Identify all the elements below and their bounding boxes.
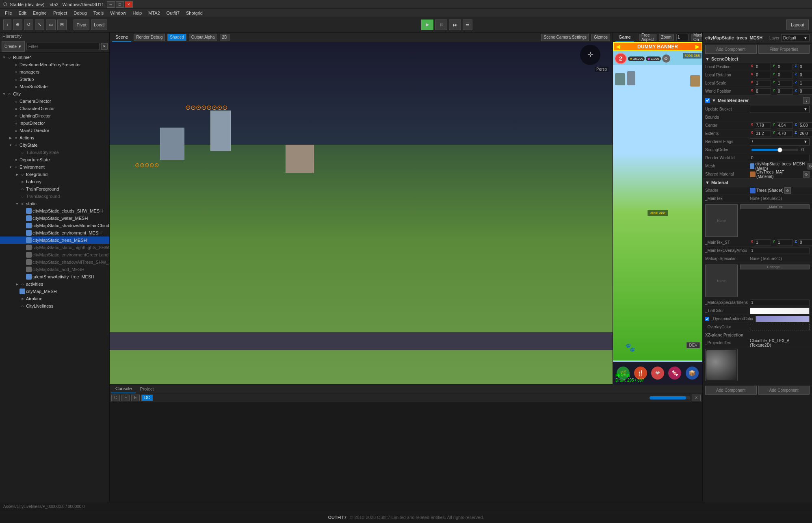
menu-project[interactable]: Project — [50, 9, 70, 17]
console-close-btn[interactable]: ✕ — [692, 395, 701, 401]
update-bucket-dropdown[interactable]: ▼ — [750, 106, 810, 113]
filter-properties-button[interactable]: Filter Properties — [758, 45, 810, 54]
render-world-input[interactable] — [750, 155, 810, 161]
console-btn-e[interactable]: E — [131, 395, 140, 401]
game-viewport[interactable]: DUMMY BANNER 2 ★ 20,000 — [613, 42, 702, 384]
hierarchy-filter-input[interactable] — [26, 43, 100, 50]
st-z[interactable] — [799, 239, 812, 246]
center-y[interactable] — [777, 122, 793, 129]
ext-z[interactable] — [799, 130, 812, 137]
zoom-btn[interactable]: Zoom — [659, 34, 674, 41]
tree-item-environ-mesh[interactable]: cityMapStatic_environment_MESH — [0, 229, 109, 237]
game-btn-5[interactable]: 📦 — [686, 367, 699, 380]
hierarchy-close-button[interactable]: ✕ — [101, 43, 108, 50]
tab-scene[interactable]: Scene — [112, 33, 131, 42]
game-btn-3[interactable]: ❤ — [651, 367, 664, 380]
add-component-button[interactable]: Add Component — [705, 45, 757, 54]
pause-button[interactable]: ⏸ — [435, 20, 447, 30]
2d-btn[interactable]: 2D — [220, 34, 230, 41]
tab-game[interactable]: Game — [615, 33, 634, 42]
pos-x-input[interactable] — [755, 64, 771, 70]
mesh-select-btn[interactable]: ⊙ — [808, 163, 812, 169]
ext-y[interactable] — [777, 130, 793, 137]
tab-project[interactable]: Project — [136, 384, 158, 393]
render-debug-btn[interactable]: Render Debug — [134, 34, 165, 41]
minimize-button[interactable]: ─ — [107, 1, 115, 8]
maximize-button[interactable]: □ — [116, 1, 124, 8]
menu-help[interactable]: Help — [129, 9, 145, 17]
close-button[interactable]: ✕ — [125, 1, 133, 8]
st-y[interactable] — [777, 239, 793, 246]
tree-item-managers[interactable]: ○ managers — [0, 68, 109, 76]
rotate-button[interactable]: ↺ — [24, 20, 33, 30]
tree-item-lightingdirector[interactable]: ○ LightingDirector — [0, 112, 109, 119]
scale-z-input[interactable] — [799, 80, 812, 87]
menu-debug[interactable]: Debug — [70, 9, 90, 17]
tree-item-trainforeground[interactable]: ○ TrainForeground — [0, 185, 109, 193]
play-button[interactable]: ▶ — [421, 20, 433, 30]
change-matcap-button[interactable]: Change... — [740, 265, 810, 269]
tree-item-runtime[interactable]: ▼ ○ Runtime* — [0, 54, 109, 61]
tab-console[interactable]: Console — [111, 384, 136, 393]
menu-shotgrid[interactable]: Shotgrid — [183, 9, 206, 17]
local-button[interactable]: Local — [91, 20, 107, 30]
step-button[interactable]: ⏭ — [449, 20, 461, 30]
shaded-btn[interactable]: Shaded — [167, 34, 186, 41]
menu-edit[interactable]: Edit — [15, 9, 30, 17]
tree-item-cameradirector[interactable]: ○ CameraDirector — [0, 98, 109, 105]
game-btn-4[interactable]: 🍬 — [668, 367, 681, 380]
pivot-button[interactable]: Pivot — [74, 20, 89, 30]
change-tex-button[interactable]: _MainTex — [740, 204, 810, 209]
tree-item-citystate[interactable]: ▼ ○ CityState — [0, 141, 109, 149]
st-x[interactable] — [755, 239, 771, 246]
tree-item-startup[interactable]: ○ Startup — [0, 76, 109, 83]
tree-item-inputdirector[interactable]: ○ InputDirector — [0, 119, 109, 127]
tree-item-activities[interactable]: ▶ ○ activities — [0, 280, 109, 288]
tree-item-mainuidirector[interactable]: ○ MainUIDirector — [0, 127, 109, 134]
menu-engine[interactable]: Engine — [30, 9, 50, 17]
wpos-x-input[interactable] — [755, 88, 771, 95]
rot-x-input[interactable] — [755, 72, 771, 78]
layer-dropdown[interactable]: Default ▼ — [781, 34, 810, 41]
wpos-z-input[interactable] — [799, 88, 812, 95]
tree-item-shadows-mountain[interactable]: cityMapStatic_shadowsMountainClouds_SHW_… — [0, 222, 109, 229]
menu-outfit7[interactable]: Outfit7 — [163, 9, 183, 17]
tree-item-airplane[interactable]: ○ Airplane — [0, 295, 109, 302]
transform-button[interactable]: ⊞ — [57, 20, 67, 30]
tint-color-swatch[interactable] — [750, 308, 810, 314]
center-x[interactable] — [755, 122, 771, 129]
mesh-renderer-menu[interactable]: ⋮ — [803, 97, 810, 104]
console-btn-f[interactable]: F — [121, 395, 130, 401]
dynamic-ambient-checkbox[interactable] — [705, 317, 709, 321]
create-button[interactable]: Create ▼ — [2, 41, 25, 52]
tree-item-water[interactable]: cityMapStatic_water_MESH — [0, 215, 109, 222]
scale-y-input[interactable] — [777, 80, 793, 87]
add-component-btn[interactable]: Add Component — [705, 386, 757, 395]
tree-item-actions[interactable]: ▶ ○ Actions — [0, 134, 109, 141]
rot-y-input[interactable] — [777, 72, 793, 78]
menu-mta2[interactable]: MTA2 — [145, 9, 163, 17]
tree-item-trees[interactable]: cityMapStatic_trees_MESH — [0, 237, 109, 244]
add-component-btn2[interactable]: Add Component — [758, 386, 810, 395]
scene-viewport[interactable]: ⊙⊙⊙⊙⊙⊙⊙⊙ ⊙⊙⊙⊙⊙ ✛ Persp — [110, 42, 613, 384]
tree-item-departurestate[interactable]: ○ DepartureState — [0, 156, 109, 163]
tree-item-shadow-alltrees[interactable]: cityMapStatic_shadowAllTrees_SHW_MESH — [0, 258, 109, 266]
tree-item-balcony[interactable]: ○ balcony — [0, 178, 109, 185]
pos-z-input[interactable] — [799, 64, 812, 70]
pos-y-input[interactable] — [777, 64, 793, 70]
tree-item-characterdirector[interactable]: ○ CharacterDirector — [0, 105, 109, 112]
tree-item-foreground[interactable]: ▶ ○ foreground — [0, 171, 109, 178]
tree-item-clouds[interactable]: cityMapStatic_clouds_SHW_MESH — [0, 207, 109, 215]
tree-item-tutorialcitystate[interactable]: ○ TutorialCityState — [0, 149, 109, 156]
tree-item-trainbackground[interactable]: ○ TrainBackground — [0, 193, 109, 200]
camera-settings-btn[interactable]: Scene Camera Settings — [541, 34, 589, 41]
center-z[interactable] — [799, 122, 812, 129]
menu-file[interactable]: File — [2, 9, 15, 17]
free-aspect-btn[interactable]: Free Aspect — [639, 34, 656, 41]
tree-item-environ-green[interactable]: cityMapStatic_environmentGreenLand_MESH — [0, 251, 109, 258]
matcap-intensity-input[interactable] — [750, 299, 810, 306]
rot-z-input[interactable] — [799, 72, 812, 78]
gizmos-btn[interactable]: Gizmos — [591, 34, 610, 41]
mesh-renderer-enabled[interactable] — [705, 98, 710, 103]
output-alpha-btn[interactable]: Output Alpha — [189, 34, 217, 41]
